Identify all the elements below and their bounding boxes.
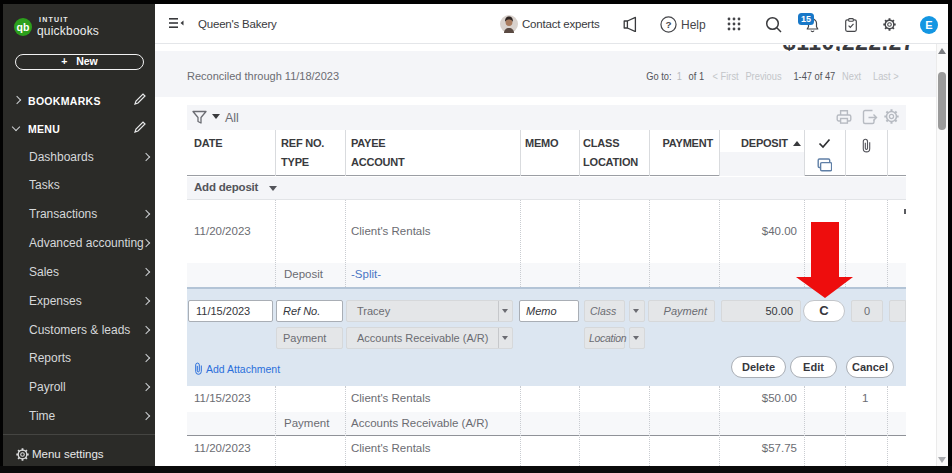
svg-text:?: ? <box>665 19 671 30</box>
